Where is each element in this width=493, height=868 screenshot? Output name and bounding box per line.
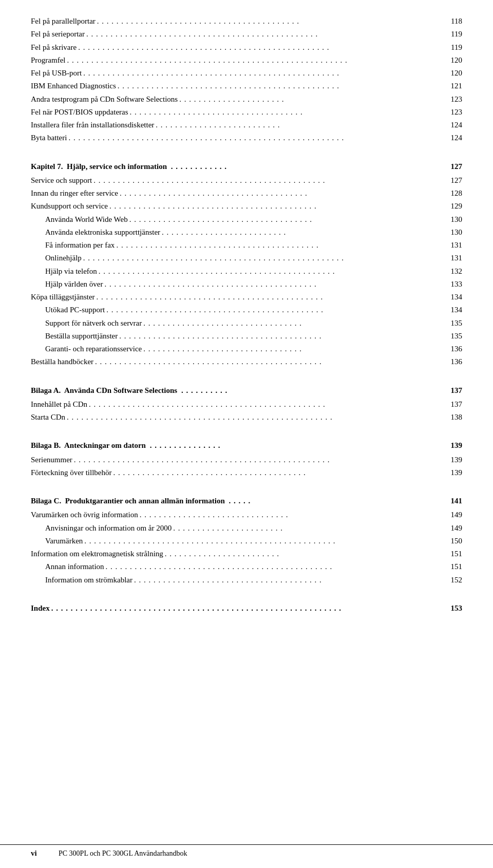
entry-text: Garanti- och reparationsservice	[31, 343, 142, 355]
page-num: 137	[447, 399, 462, 410]
page-num: 135	[447, 317, 462, 329]
page-num: 139	[447, 467, 462, 479]
bilaga-b-heading: Bilaga B. Anteckningar om datorn . . . .…	[31, 440, 462, 451]
page-num: 149	[447, 509, 462, 521]
page-num: 119	[447, 42, 462, 53]
entry-text: Andra testprogram på CDn Software Select…	[31, 93, 178, 105]
entry-text: Anvisningar och information om år 2000	[31, 522, 172, 534]
dots: . . . . . . . . . . . . . . . . . . . . …	[84, 535, 445, 547]
toc-entry-innehallet: Innehållet på CDn . . . . . . . . . . . …	[31, 399, 462, 410]
dots: . . . . . . . . . . . . . . . . . . . . …	[143, 343, 445, 355]
entry-text: Utökad PC-support	[31, 304, 105, 316]
entry-text: Varumärken	[31, 535, 83, 547]
bilaga-a-heading: Bilaga A. Använda CDn Software Selection…	[31, 385, 462, 397]
index-heading: Index . . . . . . . . . . . . . . . . . …	[31, 602, 462, 614]
dots: . . . . . . . . . . . . . . . . . . . . …	[116, 239, 445, 251]
page-num: 153	[447, 602, 462, 614]
toc-entry-andra-testprogram: Andra testprogram på CDn Software Select…	[31, 93, 462, 105]
page-num: 131	[447, 239, 462, 251]
dots: . . . . . . . . . . . . . . . . . . . . …	[67, 411, 445, 423]
toc-entry-online: Onlinehjälp . . . . . . . . . . . . . . …	[31, 252, 462, 264]
page-num: 120	[447, 54, 462, 66]
toc-entry-serienummer: Serienummer . . . . . . . . . . . . . . …	[31, 454, 462, 466]
dots: . . . . . . . . . . . . . . . . . . . . …	[129, 214, 445, 225]
dots: . . . . . . . . . . . . . . . . . . . . …	[140, 509, 445, 521]
footer-page-label: vi	[31, 849, 46, 858]
toc-entry-skrivare: Fel på skrivare . . . . . . . . . . . . …	[31, 42, 462, 53]
dots: . . . . . . . . . . . . . . . . . . . . …	[51, 602, 445, 614]
page-num: 152	[447, 574, 462, 586]
bilaga-c-heading: Bilaga C. Produktgarantier och annan all…	[31, 495, 462, 507]
page-num: 151	[447, 548, 462, 560]
toc-entry-utokad: Utökad PC-support . . . . . . . . . . . …	[31, 304, 462, 316]
chapter7-heading: Kapitel 7. Hjälp, service och informatio…	[31, 161, 462, 173]
page-num: 127	[447, 161, 462, 173]
entry-text: Serienummer	[31, 454, 72, 466]
dots: . . . . . . . . . . . . . . . . . . . . …	[68, 132, 445, 144]
dots: . . . . . . . . . . . . . . .	[147, 440, 445, 451]
entry-text: Innehållet på CDn	[31, 399, 87, 410]
entry-text: Starta CDn	[31, 411, 65, 423]
page-num: 123	[447, 106, 462, 118]
entry-text: Installera filer från installationsdiske…	[31, 119, 154, 131]
dots: . . . . . . . . . . . . . . . . . . . . …	[109, 200, 445, 212]
toc-entry-elektroniska: Använda elektroniska supporttjänster . .…	[31, 227, 462, 238]
dots: . . . . . . . . . . . . . . . . . . . . …	[99, 266, 445, 277]
dots: . . . . . . . . . . . . . . . . . . . . …	[118, 80, 445, 92]
dots: . . . . . . . . . . . . . . . . . . . . …	[179, 93, 445, 105]
entry-text: Beställa handböcker	[31, 356, 93, 368]
entry-text: Programfel	[31, 54, 65, 66]
page-num: 136	[447, 356, 462, 368]
toc-entry-annan-information: Annan information . . . . . . . . . . . …	[31, 561, 462, 573]
dots: . . . . . . . . . . . . . . . . . . . . …	[74, 454, 445, 466]
dots: . . . . . . . . . . . . . . . . . . . . …	[162, 227, 445, 238]
dots: . . . . . . . . . . . . . . . . . . . . …	[113, 467, 445, 479]
dots: . . . . . . . . . . . . . . . . . . . . …	[86, 28, 445, 40]
toc-entry-forteckning: Förteckning över tillbehör . . . . . . .…	[31, 467, 462, 479]
dots: . . . . . . . . . . . . . . . . . . . . …	[120, 187, 445, 199]
entry-text: Få information per fax	[31, 239, 115, 251]
toc-entry-kopa: Köpa tilläggstjänster . . . . . . . . . …	[31, 291, 462, 303]
toc-entry-varumarken-ovrig: Varumärken och övrig information . . . .…	[31, 509, 462, 521]
page-num: 127	[447, 175, 462, 186]
toc-entry-telefon: Hjälp via telefon . . . . . . . . . . . …	[31, 266, 462, 277]
page-content: Fel på parallellportar . . . . . . . . .…	[0, 0, 493, 657]
toc-entry-elektromagnetisk: Information om elektromagnetisk strålnin…	[31, 548, 462, 560]
index-label: Index	[31, 602, 50, 614]
page-num: 149	[447, 522, 462, 534]
toc-entry-fax: Få information per fax . . . . . . . . .…	[31, 239, 462, 251]
toc-entry-service-support: Service och support . . . . . . . . . . …	[31, 175, 462, 186]
toc-entry-parallellportar: Fel på parallellportar . . . . . . . . .…	[31, 15, 462, 27]
entry-text: Service och support	[31, 175, 92, 186]
dots: . . . . .	[226, 495, 445, 507]
page-num: 124	[447, 119, 462, 131]
entry-text: Support för nätverk och servrar	[31, 317, 142, 329]
entry-text: Information om strömkablar	[31, 574, 132, 586]
entry-text: Annan information	[31, 561, 104, 573]
entry-text: Innan du ringer efter service	[31, 187, 118, 199]
dots: . . . . . . . . . . . . . . . . . . . . …	[97, 291, 445, 303]
dots: . . . . . . . . . . . . . . . . . . . . …	[67, 54, 445, 66]
page-num: 139	[447, 454, 462, 466]
dots: . . . . . . . . . . . . . . . . . . . . …	[95, 356, 445, 368]
dots: . . . . . . . . . . . . . . . . . . . . …	[89, 399, 445, 410]
entry-text: IBM Enhanced Diagnostics	[31, 80, 116, 92]
dots: . . . . . . . . . . . . . . . . . . . . …	[119, 330, 445, 342]
dots: . . . . . . . . . . . . . . . . . . . . …	[106, 561, 445, 573]
toc-entry-starta-cdn: Starta CDn . . . . . . . . . . . . . . .…	[31, 411, 462, 423]
page-num: 132	[447, 266, 462, 277]
page-num: 138	[447, 411, 462, 423]
page-footer: vi PC 300PL och PC 300GL Användarhandbok	[0, 844, 493, 858]
page-num: 136	[447, 343, 462, 355]
toc-entry-post-bios: Fel när POST/BIOS uppdateras . . . . . .…	[31, 106, 462, 118]
page-num: 121	[447, 80, 462, 92]
toc-entry-ar2000: Anvisningar och information om år 2000 .…	[31, 522, 462, 534]
toc-entry-kundsupport: Kundsupport och service . . . . . . . . …	[31, 200, 462, 212]
entry-text: Köpa tilläggstjänster	[31, 291, 95, 303]
toc-entry-bestalla-handbocker: Beställa handböcker . . . . . . . . . . …	[31, 356, 462, 368]
page-num: 124	[447, 132, 462, 144]
entry-text: Onlinehjälp	[31, 252, 82, 264]
page-num: 134	[447, 291, 462, 303]
toc-entry-varlden-over: Hjälp världen över . . . . . . . . . . .…	[31, 278, 462, 290]
page-num: 135	[447, 330, 462, 342]
